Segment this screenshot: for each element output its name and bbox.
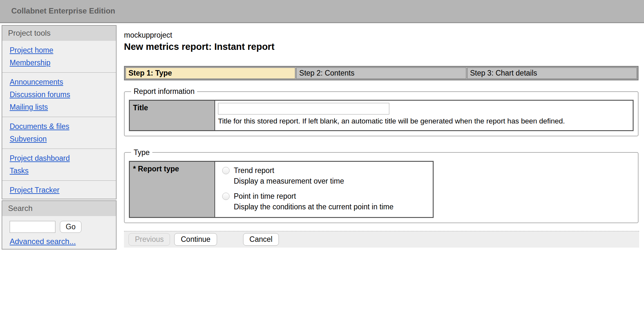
sidebar-item-project-metrics[interactable]: Project metrics [2,196,116,199]
point-in-time-option-label: Point in time report [234,192,393,201]
trend-report-option-description: Display a measurement over time [234,177,344,186]
project-tools-panel: Project tools Project home Membership An… [2,25,117,199]
type-fieldset: Type * Report type Trend report Display … [124,148,639,223]
sidebar-group-home: Project home Membership [2,41,116,72]
advanced-search-link[interactable]: Advanced search... [10,237,76,246]
sidebar-item-project-dashboard[interactable]: Project dashboard [2,152,116,165]
report-type-label: * Report type [130,162,215,217]
app-header: Collabnet Enterprise Edition [0,0,644,23]
report-information-legend: Report information [131,87,197,96]
sidebar-item-subversion[interactable]: Subversion [2,133,116,145]
wizard-steps: Step 1: Type Step 2: Contents Step 3: Ch… [124,66,639,80]
report-type-options-cell: Trend report Display a measurement over … [215,162,433,217]
title-field-row: Title Title for this stored report. If l… [129,100,633,131]
continue-button[interactable]: Continue [174,233,217,246]
tab-step-1-type[interactable]: Step 1: Type [126,68,295,79]
point-in-time-report-option[interactable]: Point in time report Display the conditi… [218,192,430,211]
title-label: Title [130,101,215,130]
title-value-cell: Title for this stored report. If left bl… [215,101,633,130]
sidebar-group-communication: Announcements Discussion forums Mailing … [2,72,116,117]
previous-button[interactable]: Previous [128,233,170,246]
point-in-time-option-description: Display the conditions at the current po… [234,203,393,211]
title-help-text: Title for this stored report. If left bl… [218,116,630,126]
point-in-time-report-radio[interactable] [222,193,230,200]
sidebar-group-tracking: Project Tracker Project metrics [2,180,116,199]
search-header: Search [2,201,116,216]
main-content: mockupproject New metrics report: Instan… [124,31,639,248]
go-button[interactable]: Go [60,221,81,233]
sidebar-item-announcements[interactable]: Announcements [2,76,116,88]
sidebar-item-project-home[interactable]: Project home [2,44,116,57]
report-information-fieldset: Report information Title Title for this … [124,87,639,136]
sidebar-item-tasks[interactable]: Tasks [2,165,116,177]
search-input[interactable] [10,221,55,233]
sidebar-item-project-tracker[interactable]: Project Tracker [2,184,116,196]
app-title: Collabnet Enterprise Edition [11,6,115,15]
tab-step-3-chart-details[interactable]: Step 3: Chart details [467,68,637,79]
sidebar-group-dashboard: Project dashboard Tasks [2,149,116,180]
trend-report-radio[interactable] [222,167,230,174]
cancel-button[interactable]: Cancel [243,233,279,246]
page-title: New metrics report: Instant report [124,41,639,52]
sidebar-item-membership[interactable]: Membership [2,57,116,69]
tab-step-2-contents[interactable]: Step 2: Contents [296,68,466,79]
sidebar-item-discussion-forums[interactable]: Discussion forums [2,88,116,101]
search-panel: Search Go Advanced search... [2,200,117,250]
sidebar-item-mailing-lists[interactable]: Mailing lists [2,101,116,114]
trend-report-option-label: Trend report [234,166,344,175]
report-type-field-row: * Report type Trend report Display a mea… [129,161,433,218]
trend-report-option[interactable]: Trend report Display a measurement over … [218,166,430,186]
breadcrumb: mockupproject [124,31,639,40]
title-input[interactable] [218,103,389,114]
type-legend: Type [131,148,152,157]
project-tools-header: Project tools [2,26,116,41]
wizard-action-bar: Previous Continue Cancel [124,231,639,248]
sidebar-item-documents-files[interactable]: Documents & files [2,120,116,133]
sidebar-group-files: Documents & files Subversion [2,117,116,149]
